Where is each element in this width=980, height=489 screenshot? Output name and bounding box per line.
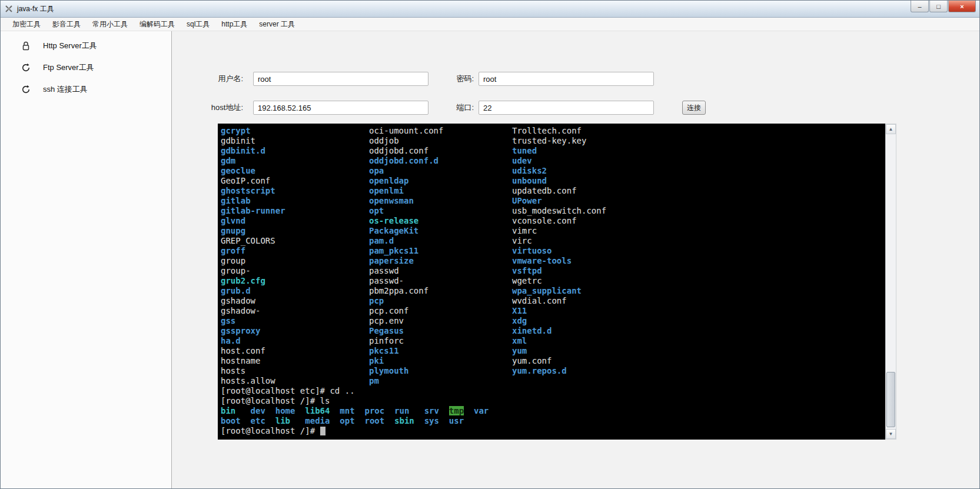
terminal-line: grub2.cfgpasswd-wgetrc [221,276,885,286]
app-window: { "window": { "title": "java-fx 工具", "co… [0,0,980,489]
terminal-entry: vimrc [512,226,537,236]
port-label: 端口: [450,102,474,113]
terminal-text: var [474,406,489,415]
terminal-line: [root@localhost /]# [221,426,885,436]
terminal-text: dev [251,406,265,415]
main-panel: 用户名: 密码: host地址: 端口: 连接 gcryptoci-umount… [172,31,979,489]
terminal-output[interactable]: gcryptoci-umount.confTrolltech.confgdbin… [218,124,885,440]
terminal-line: bin dev home lib64 mnt proc run srv tmp … [221,406,885,416]
password-label: 密码: [450,74,474,84]
terminal-text: usr [449,416,464,425]
terminal-line: gsspcp.envxdg [221,316,885,326]
terminal-text [330,416,340,425]
terminal-line: gitlab-runneroptusb_modeswitch.conf [221,206,885,216]
terminal-line: groffpam_pkcs11virtuoso [221,246,885,256]
menu-item-media[interactable]: 影音工具 [46,18,87,31]
menu-item-codec[interactable]: 编解码工具 [134,18,181,31]
terminal-entry: ghostscript [221,186,369,196]
terminal-entry: gcrypt [221,126,369,136]
terminal-text: media [305,416,330,425]
port-input[interactable] [479,101,654,115]
terminal-text [384,416,394,425]
scroll-down-icon: ▼ [889,431,893,437]
sidebar-item-ssh-connect[interactable]: ssh 连接工具 [1,78,171,100]
menu-item-sql[interactable]: sql工具 [181,18,215,31]
terminal-line: glvndos-releasevconsole.conf [221,216,885,226]
terminal-entry: wpa_supplicant [512,286,582,296]
terminal-entry: oddjob [369,136,512,146]
terminal-scrollbar[interactable]: ▲ ▼ [885,124,896,440]
terminal-entry: gnupg [221,226,369,236]
terminal-entry: hosts [221,366,369,376]
terminal-text [290,416,305,425]
terminal-text: proc [365,406,385,415]
terminal-line: ghostscriptopenlmiupdatedb.conf [221,186,885,196]
minimize-button[interactable]: – [911,1,929,12]
terminal-line: hosts.allowpm [221,376,885,386]
terminal-line: grouppapersizevmware-tools [221,256,885,266]
terminal-entry: openlmi [369,186,512,196]
terminal-line: gnupgPackageKitvimrc [221,226,885,236]
terminal-entry: glvnd [221,216,369,226]
terminal-line: GREP_COLORSpam.dvirc [221,236,885,246]
menu-item-encrypt[interactable]: 加密工具 [6,18,46,31]
close-button[interactable]: × [948,1,976,12]
scroll-down-button[interactable]: ▼ [886,429,896,439]
host-input[interactable] [253,101,428,115]
sidebar-item-label: Ftp Server工具 [43,62,94,73]
sidebar-item-label: ssh 连接工具 [43,84,88,95]
connect-button[interactable]: 连接 [682,101,706,115]
terminal-text: etc [251,416,265,425]
terminal-entry: virtuoso [512,246,552,256]
terminal-text: home [275,406,295,415]
host-row: host地址: 端口: 连接 [172,101,706,115]
terminal-entry: group [221,256,369,266]
terminal-entry: hosts.allow [221,376,369,386]
sidebar-item-ftp-server[interactable]: Ftp Server工具 [1,56,171,78]
terminal-text [439,406,449,415]
terminal-line: grub.dpbm2ppa.confwpa_supplicant [221,286,885,296]
terminal-line: gitlabopenwsmanUPower [221,196,885,206]
terminal-entry: plymouth [369,366,512,376]
terminal-entry: yum [512,346,527,356]
terminal-cursor [320,427,325,435]
terminal-entry: passwd [369,266,512,276]
terminal-entry: Trolltech.conf [512,126,582,136]
terminal-entry: gitlab-runner [221,206,369,216]
menu-item-server[interactable]: server 工具 [253,18,301,31]
username-input[interactable] [253,72,428,86]
password-input[interactable] [479,72,654,86]
terminal-line: gdbinitoddjobtrusted-key.key [221,136,885,146]
menu-item-common-tools[interactable]: 常用小工具 [87,18,134,31]
terminal-entry: vsftpd [512,266,542,276]
terminal-entry: pkcs11 [369,346,512,356]
terminal-entry: xinetd.d [512,326,552,336]
scrollbar-track[interactable] [886,134,896,429]
scroll-up-button[interactable]: ▲ [886,124,896,134]
scrollbar-thumb[interactable] [886,372,895,427]
terminal-text: lib64 [305,406,330,415]
terminal-text [265,416,275,425]
terminal-line: group-passwdvsftpd [221,266,885,276]
terminal-entry: geoclue [221,166,369,176]
terminal-text: srv [424,406,439,415]
sidebar-item-http-server[interactable]: Http Server工具 [1,35,171,56]
menu-item-http[interactable]: http工具 [215,18,253,31]
terminal-entry: xml [512,336,527,346]
terminal-text [235,406,250,415]
maximize-button[interactable]: □ [929,1,948,12]
terminal-text: run [394,406,409,415]
terminal-line: gshadow-pcp.confX11 [221,306,885,316]
terminal-text: boot [221,416,241,425]
terminal-entry: os-release [369,216,512,226]
terminal-text [384,406,394,415]
terminal-line: geoclueopaudisks2 [221,166,885,176]
terminal-line: hostsplymouthyum.repos.d [221,366,885,376]
terminal-entry: udisks2 [512,166,547,176]
terminal-text: [root@localhost /]# ls [221,396,330,405]
terminal-text: root [365,416,385,425]
terminal-entry: gshadow- [221,306,369,316]
title-bar[interactable]: java-fx 工具 – □ × [1,1,979,18]
terminal-line: gssproxyPegasusxinetd.d [221,326,885,336]
terminal-line: gdbinit.doddjobd.conftuned [221,146,885,156]
